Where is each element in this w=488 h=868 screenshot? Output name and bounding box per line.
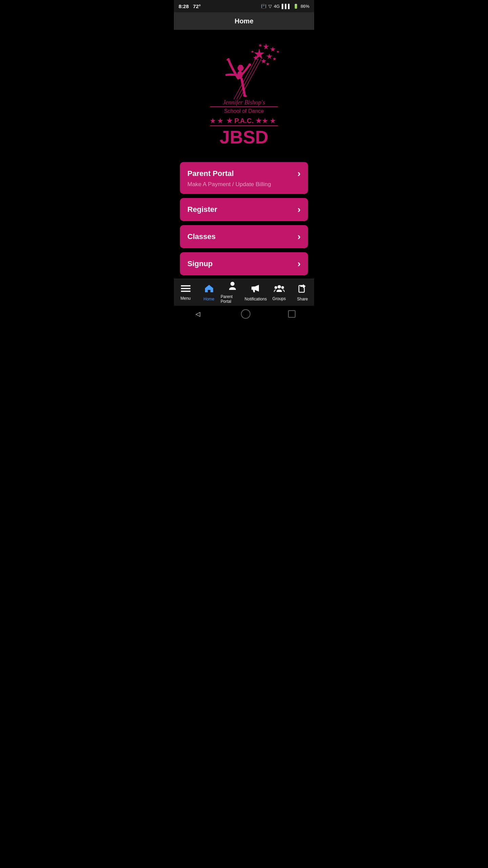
diag-line-2	[237, 59, 259, 99]
signup-title: Signup	[187, 259, 213, 268]
dancer-silhouette	[226, 58, 251, 97]
nav-groups[interactable]: Groups	[267, 284, 291, 301]
svg-point-2	[238, 65, 243, 68]
parent-portal-nav-label: Parent Portal	[221, 294, 244, 304]
nav-menu[interactable]: Menu	[174, 284, 197, 301]
star-7	[273, 57, 276, 61]
star-5	[261, 59, 266, 63]
svg-point-12	[278, 285, 281, 289]
parent-portal-subtitle: Make A Payment / Update Billing	[187, 181, 271, 188]
classes-title: Classes	[187, 232, 216, 241]
jennifer-text: Jennifer Bishop's	[223, 99, 265, 106]
groups-icon	[274, 284, 285, 295]
register-title: Register	[187, 205, 217, 214]
share-nav-label: Share	[297, 297, 308, 301]
star-10	[277, 50, 279, 53]
jbsd-logo: Jennifer Bishop's School of Dance ★ P.A.…	[200, 38, 288, 150]
pac-text: ★ P.A.C. ★	[226, 117, 262, 124]
status-time: 8:28	[179, 3, 189, 9]
star-11	[251, 50, 254, 53]
vibrate-icon: 📳	[261, 4, 266, 9]
notifications-icon	[251, 283, 260, 295]
nav-parent-portal[interactable]: Parent Portal	[221, 281, 244, 304]
network-icon: 4G	[274, 4, 280, 9]
logo-container: Jennifer Bishop's School of Dance ★ P.A.…	[200, 37, 288, 152]
svg-point-14	[281, 286, 284, 289]
back-button[interactable]: ◁	[192, 309, 203, 319]
status-temp: 72°	[193, 3, 201, 9]
signal-icon: ▌▌▌	[282, 4, 291, 9]
classes-chevron: ›	[298, 231, 301, 242]
battery-icon: 🔋	[293, 4, 299, 9]
home-button[interactable]	[241, 309, 250, 319]
signup-button[interactable]: Signup ›	[180, 252, 308, 275]
svg-point-5	[248, 63, 251, 66]
share-icon	[298, 283, 307, 295]
page-title: Home	[235, 17, 253, 25]
signup-chevron: ›	[298, 258, 301, 269]
nav-share[interactable]: Share	[291, 283, 314, 301]
status-icons: 📳 ▽ 4G ▌▌▌ 🔋 86%	[261, 4, 309, 9]
groups-nav-label: Groups	[272, 296, 286, 301]
nav-notifications[interactable]: Notifications	[244, 283, 267, 301]
logo-area: Jennifer Bishop's School of Dance ★ P.A.…	[174, 30, 314, 159]
parent-portal-title: Parent Portal	[187, 169, 234, 178]
status-bar: 8:28 72° 📳 ▽ 4G ▌▌▌ 🔋 86%	[174, 0, 314, 12]
status-time-temp: 8:28 72°	[179, 3, 201, 9]
svg-point-10	[230, 282, 235, 286]
pac-star-left-2	[218, 118, 223, 123]
battery-percent: 86%	[301, 4, 309, 9]
register-button[interactable]: Register ›	[180, 198, 308, 221]
register-chevron: ›	[298, 204, 301, 215]
android-nav-bar: ◁	[174, 306, 314, 322]
parent-portal-button[interactable]: Parent Portal › Make A Payment / Update …	[180, 162, 308, 194]
bottom-navigation: Menu Home Parent Portal	[174, 279, 314, 306]
parent-portal-icon	[228, 281, 237, 293]
classes-button[interactable]: Classes ›	[180, 225, 308, 248]
star-4	[270, 47, 276, 52]
main-content: Parent Portal › Make A Payment / Update …	[174, 159, 314, 279]
notifications-nav-label: Notifications	[245, 297, 267, 301]
menu-icon	[181, 284, 190, 295]
pac-star-right-2	[270, 118, 276, 123]
recents-button[interactable]	[288, 310, 296, 318]
star-8	[266, 62, 269, 66]
pac-star-left-1	[210, 118, 216, 123]
svg-rect-11	[251, 287, 253, 290]
pac-star-right-1	[262, 118, 268, 123]
wifi-icon: ▽	[268, 4, 272, 9]
star-2	[263, 43, 269, 50]
star-9	[259, 43, 262, 47]
parent-portal-chevron: ›	[298, 168, 301, 179]
home-nav-label: Home	[203, 297, 214, 301]
app-header: Home	[174, 12, 314, 30]
star-3	[266, 54, 272, 59]
svg-point-13	[274, 286, 277, 289]
nav-home[interactable]: Home	[197, 283, 221, 301]
menu-nav-label: Menu	[180, 296, 190, 301]
home-icon	[204, 283, 214, 295]
school-text: School of Dance	[224, 108, 264, 114]
jbsd-text: JBSD	[220, 127, 268, 147]
